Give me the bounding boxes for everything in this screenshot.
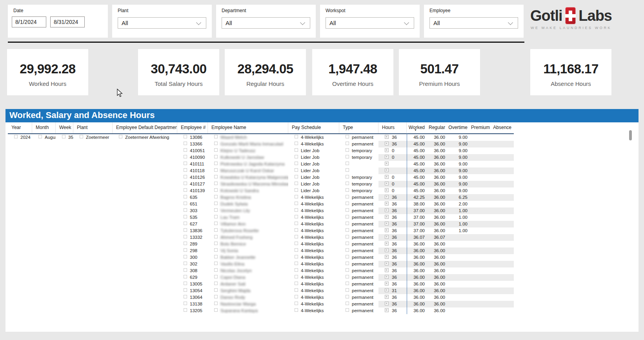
row-checkbox[interactable] (214, 222, 218, 225)
row-checkbox[interactable] (346, 255, 349, 258)
row-checkbox[interactable] (295, 268, 298, 272)
row-checkbox[interactable] (346, 302, 349, 305)
row-checkbox[interactable] (214, 262, 218, 265)
hours-cell-icon[interactable] (385, 302, 389, 305)
row-checkbox[interactable] (184, 275, 187, 278)
row-checkbox[interactable] (346, 308, 349, 312)
column-header[interactable]: Overtime (448, 122, 470, 133)
row-checkbox[interactable] (346, 135, 349, 138)
hours-cell-icon[interactable] (385, 268, 389, 272)
row-checkbox[interactable] (346, 208, 349, 212)
row-checkbox[interactable] (346, 222, 349, 225)
table-row[interactable]: 410139Kotowski U SandraLider Jobtemporar… (8, 187, 514, 194)
row-checkbox[interactable] (14, 135, 18, 138)
row-checkbox[interactable] (214, 182, 218, 185)
row-checkbox[interactable] (346, 168, 349, 172)
row-checkbox[interactable] (184, 202, 187, 205)
row-checkbox[interactable] (346, 288, 349, 292)
table-row[interactable]: 13205Suparana Kantaya4-Wekelijkspermanen… (8, 307, 514, 314)
row-checkbox[interactable] (214, 135, 218, 138)
table-row[interactable]: 535Lau Tram4-Wekelijkspermanent3637.0036… (8, 214, 514, 221)
hours-cell-icon[interactable] (385, 208, 389, 212)
row-checkbox[interactable] (346, 162, 349, 165)
row-checkbox[interactable] (346, 235, 349, 238)
row-checkbox[interactable] (184, 208, 187, 212)
table-row[interactable]: 13138Nastovciar Marga4-Wekelijkspermanen… (8, 301, 514, 307)
date-start-input[interactable] (12, 16, 46, 27)
row-checkbox[interactable] (184, 195, 187, 198)
row-checkbox[interactable] (184, 162, 187, 165)
row-checkbox[interactable] (295, 182, 298, 185)
row-checkbox[interactable] (346, 148, 349, 152)
hours-cell-icon[interactable] (385, 202, 389, 205)
hours-cell-icon[interactable] (385, 222, 389, 225)
workspot-dropdown[interactable]: All (326, 17, 414, 29)
table-row[interactable]: 13054Serghini Majda4-Wekelijkspermanent3… (8, 287, 514, 294)
row-checkbox[interactable] (214, 282, 218, 285)
row-checkbox[interactable] (214, 162, 218, 165)
row-checkbox[interactable] (346, 275, 349, 278)
row-checkbox[interactable] (295, 208, 298, 212)
row-checkbox[interactable] (184, 235, 187, 238)
row-checkbox[interactable] (214, 295, 218, 298)
row-checkbox[interactable] (184, 308, 187, 312)
row-checkbox[interactable] (295, 155, 298, 158)
row-checkbox[interactable] (214, 175, 218, 178)
row-checkbox[interactable] (346, 142, 349, 145)
row-checkbox[interactable] (295, 228, 298, 232)
hours-cell-icon[interactable] (385, 242, 389, 245)
row-checkbox[interactable] (184, 142, 187, 145)
row-checkbox[interactable] (184, 255, 187, 258)
hours-cell-icon[interactable] (385, 215, 389, 219)
row-checkbox[interactable] (346, 155, 349, 158)
row-checkbox[interactable] (214, 148, 218, 152)
table-row[interactable]: 302Vasilis Elina4-Wekelijkspermanent3636… (8, 261, 514, 267)
row-checkbox[interactable] (184, 215, 187, 218)
row-checkbox[interactable] (184, 295, 187, 298)
row-checkbox[interactable] (214, 202, 218, 205)
table-row[interactable]: 410127Strasikowska U Marzena MiroslawaLi… (8, 181, 514, 187)
column-header[interactable]: Regular (427, 122, 448, 133)
row-checkbox[interactable] (80, 135, 83, 138)
row-checkbox[interactable] (346, 242, 349, 245)
row-checkbox[interactable] (184, 248, 187, 252)
column-header[interactable]: Month (32, 122, 56, 133)
row-checkbox[interactable] (214, 155, 218, 158)
row-checkbox[interactable] (184, 288, 187, 292)
row-checkbox[interactable] (295, 142, 298, 145)
hours-cell-icon[interactable] (385, 195, 389, 199)
hours-cell-icon[interactable] (385, 308, 389, 312)
row-checkbox[interactable] (346, 262, 349, 265)
row-checkbox[interactable] (184, 135, 187, 138)
row-checkbox[interactable] (295, 222, 298, 225)
hours-cell-icon[interactable] (385, 275, 389, 279)
hours-cell-icon[interactable] (385, 228, 389, 232)
row-checkbox[interactable] (214, 242, 218, 245)
row-checkbox[interactable] (184, 262, 187, 265)
column-header[interactable]: Week (56, 122, 73, 133)
hours-cell-icon[interactable] (385, 248, 389, 252)
row-checkbox[interactable] (295, 202, 298, 205)
hours-cell-icon[interactable] (385, 168, 389, 172)
row-checkbox[interactable] (346, 282, 349, 285)
table-row[interactable]: 13836Tykslerova Rosette4-Wekelijksperman… (8, 227, 514, 234)
row-checkbox[interactable] (295, 262, 298, 265)
row-checkbox[interactable] (214, 255, 218, 258)
row-checkbox[interactable] (62, 135, 65, 138)
row-checkbox[interactable] (295, 188, 298, 192)
row-checkbox[interactable] (346, 195, 349, 198)
column-header[interactable]: Premium (470, 122, 492, 133)
row-checkbox[interactable] (295, 248, 298, 252)
column-header[interactable]: Worked▼ (407, 122, 427, 133)
hours-cell-icon[interactable] (385, 288, 389, 292)
row-checkbox[interactable] (214, 288, 218, 292)
table-row[interactable]: 627Villamor Ann4-Wekelijkspermanent3637.… (8, 221, 514, 227)
column-header[interactable]: Employee # (177, 122, 208, 133)
department-dropdown[interactable]: All (222, 17, 310, 29)
row-checkbox[interactable] (295, 295, 298, 298)
hours-cell-icon[interactable] (385, 295, 389, 299)
row-checkbox[interactable] (214, 228, 218, 232)
row-checkbox[interactable] (184, 155, 187, 158)
hours-cell-icon[interactable] (385, 162, 389, 165)
row-checkbox[interactable] (295, 302, 298, 305)
